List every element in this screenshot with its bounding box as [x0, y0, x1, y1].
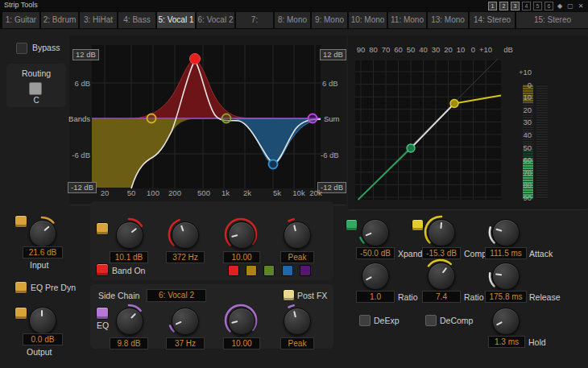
- post-fx-toggle[interactable]: [283, 289, 295, 301]
- pin-icon[interactable]: ◆: [556, 2, 564, 10]
- layout-button-5[interactable]: 5: [533, 2, 542, 10]
- maximize-icon[interactable]: ▢: [566, 2, 574, 10]
- side-chain-freq-value[interactable]: 37 Hz: [166, 337, 205, 349]
- release-value[interactable]: 175.8 ms: [485, 291, 527, 303]
- eq-freq-label-500: 500: [193, 188, 215, 197]
- channel-tab-1[interactable]: 1: Guitar: [2, 12, 39, 28]
- channel-tab-12[interactable]: 13: Mono: [428, 12, 468, 28]
- knob-body: [29, 220, 56, 247]
- side-chain-gain-knob[interactable]: [111, 303, 147, 338]
- knob-body: [29, 307, 56, 334]
- title-bar: Strip Tools 123456◆ ▢ ✕: [0, 0, 588, 11]
- channel-tab-10[interactable]: 10: Mono: [349, 12, 387, 28]
- band-select-square-2[interactable]: [246, 265, 257, 276]
- eq-freq-label-20: 20: [93, 188, 116, 197]
- attack-knob[interactable]: [487, 214, 523, 250]
- side-chain-freq-knob[interactable]: [167, 303, 202, 338]
- knob-body: [172, 308, 199, 335]
- channel-tab-3[interactable]: 3: HiHat: [80, 12, 117, 28]
- eq-band2-handle[interactable]: [190, 54, 201, 64]
- side-chain-gain-value[interactable]: 9.8 dB: [110, 337, 148, 349]
- band-type-value[interactable]: Peak: [280, 251, 314, 263]
- compressor-ratio-knob[interactable]: [423, 258, 458, 293]
- input-gain-knob[interactable]: [24, 215, 60, 250]
- band-select-square-4[interactable]: [282, 265, 293, 276]
- layout-button-4[interactable]: 4: [522, 2, 531, 10]
- expander-ratio-knob[interactable]: [357, 258, 392, 293]
- eq-freq-label-20k: 20k: [304, 188, 327, 197]
- eq-band4-handle[interactable]: [269, 160, 278, 169]
- side-chain-source-dropdown[interactable]: 6: Vocal 2: [147, 289, 206, 302]
- output-gain-knob[interactable]: [24, 302, 60, 337]
- band-select-square-5[interactable]: [300, 265, 311, 276]
- knob-body: [428, 263, 455, 290]
- compressor-enable-toggle[interactable]: [412, 219, 424, 231]
- band-freq-knob[interactable]: [167, 217, 202, 252]
- eq-ylabel-top-right: 12 dB: [320, 49, 346, 60]
- band-gain-enable-toggle[interactable]: [96, 222, 109, 235]
- channel-tab-2[interactable]: 2: Bdrum: [41, 12, 78, 28]
- channel-tab-14[interactable]: 15: Stereo: [516, 12, 588, 28]
- layout-button-6[interactable]: 6: [545, 2, 553, 10]
- band-freq-value[interactable]: 372 Hz: [166, 251, 205, 263]
- side-chain-type-knob[interactable]: [279, 303, 314, 338]
- eq-band1-handle[interactable]: [147, 114, 156, 123]
- side-chain-eq-toggle[interactable]: [96, 307, 109, 320]
- compressor-ratio-value[interactable]: 7.4: [422, 291, 461, 303]
- expander-threshold-knob[interactable]: [357, 214, 392, 250]
- channel-tab-5[interactable]: 5: Vocal 1: [157, 12, 195, 28]
- band-on-toggle[interactable]: [96, 263, 109, 276]
- channel-tab-7[interactable]: 7:: [236, 12, 273, 28]
- decomp-checkbox[interactable]: [425, 315, 437, 326]
- knob-body: [116, 221, 143, 249]
- eq-band5-handle[interactable]: [308, 114, 317, 123]
- eq-ylabel-m6-right: -6 dB: [321, 151, 339, 159]
- channel-tab-4[interactable]: 4: Bass: [118, 12, 155, 28]
- bypass-label: Bypass: [32, 43, 60, 52]
- expander-enable-toggle[interactable]: [346, 219, 358, 231]
- bypass-checkbox[interactable]: [16, 43, 27, 54]
- band-gain-knob[interactable]: [111, 217, 147, 252]
- eq-sum-label: Sum: [324, 114, 340, 123]
- channel-tab-11[interactable]: 11: Mono: [388, 12, 426, 28]
- compressor-threshold-knob[interactable]: [423, 214, 458, 250]
- band-q-value[interactable]: 10.00: [223, 251, 260, 263]
- hold-value[interactable]: 1.3 ms: [488, 336, 525, 348]
- channel-tab-8[interactable]: 8: Mono: [275, 12, 310, 28]
- deexp-checkbox[interactable]: [359, 315, 371, 326]
- output-gain-value[interactable]: 0.0 dB: [23, 333, 63, 345]
- band-q-knob[interactable]: [223, 217, 259, 252]
- band-select-square-1[interactable]: [228, 265, 239, 276]
- eq-pre-dyn-toggle[interactable]: [14, 281, 27, 294]
- hold-knob[interactable]: [487, 303, 523, 338]
- knob-body: [362, 263, 389, 290]
- routing-button[interactable]: [29, 82, 42, 95]
- channel-tab-13[interactable]: 14: Stereo: [470, 12, 515, 28]
- release-knob[interactable]: [487, 258, 523, 293]
- side-chain-q-knob[interactable]: [223, 303, 259, 338]
- window-title: Strip Tools: [4, 1, 38, 9]
- layout-button-1[interactable]: 1: [488, 2, 497, 10]
- layout-button-2[interactable]: 2: [499, 2, 508, 10]
- layout-button-3[interactable]: 3: [511, 2, 520, 10]
- side-chain-title: Side Chain: [98, 291, 139, 300]
- side-chain-type-value[interactable]: Peak: [280, 337, 314, 349]
- dyn-output-label-10: 10: [511, 93, 532, 101]
- expander-label: Xpand: [398, 249, 422, 258]
- channel-tab-6[interactable]: 6: Vocal 2: [197, 12, 234, 28]
- eq-ylabel-top-left: 12 dB: [72, 49, 99, 60]
- expander-ratio-value[interactable]: 1.0: [356, 291, 395, 303]
- eq-freq-label-1k: 1k: [214, 188, 237, 197]
- knob-body: [492, 308, 520, 335]
- dyn-expander-knee-handle[interactable]: [407, 144, 415, 152]
- dyn-input-label-+10: +10: [476, 45, 495, 54]
- band-select-square-3[interactable]: [263, 265, 275, 276]
- channel-tab-9[interactable]: 9: Mono: [312, 12, 347, 28]
- side-chain-q-value[interactable]: 10.00: [223, 337, 260, 349]
- close-icon[interactable]: ✕: [577, 2, 585, 10]
- input-gain-value[interactable]: 21.6 dB: [23, 246, 63, 258]
- band-type-knob[interactable]: [279, 217, 314, 252]
- band-gain-value[interactable]: 10.1 dB: [110, 251, 148, 263]
- eq-band3-handle[interactable]: [222, 114, 231, 123]
- dyn-compressor-knee-handle[interactable]: [450, 100, 458, 108]
